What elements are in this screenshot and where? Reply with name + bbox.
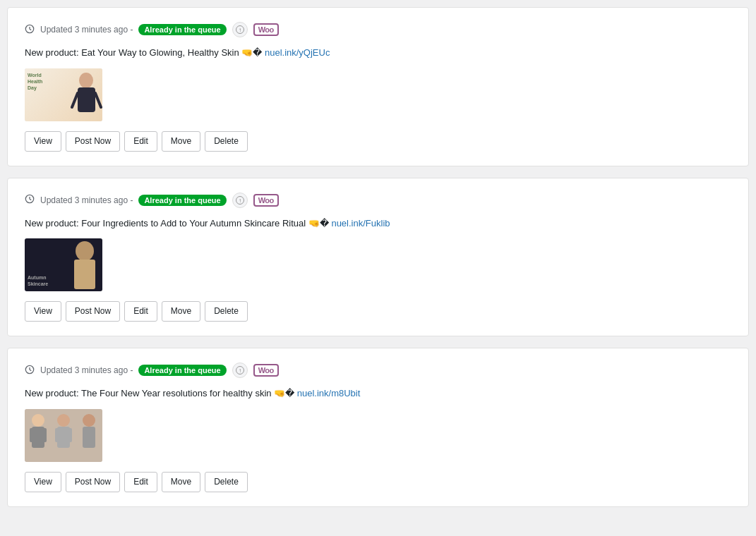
view-button[interactable]: View	[25, 301, 61, 322]
svg-rect-24	[83, 427, 95, 448]
svg-point-19	[57, 414, 70, 427]
status-badge: Already in the queue	[138, 195, 226, 206]
svg-rect-11	[74, 260, 95, 289]
move-button[interactable]: Move	[162, 472, 200, 492]
edit-button[interactable]: Edit	[124, 472, 157, 492]
post-link[interactable]: nuel.ink/m8Ubit	[297, 388, 361, 398]
woo-badge: Woo	[253, 364, 279, 377]
post-text: New product: Eat Your Way to Glowing, He…	[25, 46, 731, 60]
delete-button[interactable]: Delete	[205, 301, 248, 322]
post-image: AutumnSkincare	[25, 238, 102, 291]
svg-point-23	[83, 414, 95, 427]
delete-button[interactable]: Delete	[205, 131, 248, 152]
svg-rect-4	[78, 87, 95, 112]
svg-rect-18	[43, 428, 47, 442]
platform-icon: ↑	[232, 22, 248, 37]
edit-button[interactable]: Edit	[124, 301, 157, 322]
svg-line-5	[72, 93, 78, 107]
svg-line-6	[95, 93, 101, 107]
post-now-button[interactable]: Post Now	[66, 472, 120, 492]
move-button[interactable]: Move	[162, 131, 200, 152]
svg-text:↑: ↑	[239, 367, 241, 374]
post-card-1: Updated 3 minutes ago -Already in the qu…	[7, 7, 749, 166]
svg-text:↑: ↑	[239, 197, 241, 204]
updated-text: Updated 3 minutes ago -	[40, 25, 133, 35]
post-now-button[interactable]: Post Now	[66, 301, 120, 322]
action-buttons: ViewPost NowEditMoveDelete	[25, 301, 731, 322]
card-header: Updated 3 minutes ago -Already in the qu…	[25, 363, 731, 378]
svg-rect-22	[68, 428, 72, 442]
view-button[interactable]: View	[25, 131, 61, 152]
post-image: WorldHealthDay	[25, 68, 102, 121]
woo-badge: Woo	[253, 194, 279, 207]
view-button[interactable]: View	[25, 472, 61, 492]
card-header: Updated 3 minutes ago -Already in the qu…	[25, 22, 731, 37]
platform-icon: ↑	[232, 363, 248, 378]
svg-point-15	[32, 414, 44, 427]
status-badge: Already in the queue	[138, 24, 226, 35]
svg-point-3	[79, 73, 93, 88]
post-now-button[interactable]: Post Now	[66, 131, 120, 152]
move-button[interactable]: Move	[162, 301, 200, 322]
action-buttons: ViewPost NowEditMoveDelete	[25, 472, 731, 492]
platform-icon: ↑	[232, 193, 248, 208]
post-link[interactable]: nuel.ink/Fuklib	[331, 218, 390, 229]
svg-text:↑: ↑	[239, 27, 241, 33]
svg-rect-17	[30, 428, 33, 442]
updated-text: Updated 3 minutes ago -	[40, 195, 133, 205]
post-link[interactable]: nuel.ink/yQjEUc	[265, 47, 330, 58]
post-image	[25, 409, 102, 462]
post-text: New product: The Four New Year resolutio…	[25, 386, 731, 401]
status-badge: Already in the queue	[138, 365, 226, 376]
clock-icon	[25, 24, 35, 36]
clock-icon	[25, 194, 35, 206]
svg-rect-16	[32, 427, 44, 448]
woo-badge: Woo	[253, 23, 279, 36]
post-text: New product: Four Ingredients to Add to …	[25, 217, 731, 231]
action-buttons: ViewPost NowEditMoveDelete	[25, 131, 731, 152]
svg-rect-21	[55, 428, 59, 442]
post-card-3: Updated 3 minutes ago -Already in the qu…	[7, 348, 749, 507]
post-card-2: Updated 3 minutes ago -Already in the qu…	[7, 178, 749, 337]
delete-button[interactable]: Delete	[205, 472, 248, 492]
updated-text: Updated 3 minutes ago -	[40, 365, 133, 375]
edit-button[interactable]: Edit	[124, 131, 157, 152]
svg-point-10	[76, 241, 94, 261]
card-header: Updated 3 minutes ago -Already in the qu…	[25, 193, 731, 208]
clock-icon	[25, 365, 35, 377]
svg-rect-20	[57, 427, 70, 448]
